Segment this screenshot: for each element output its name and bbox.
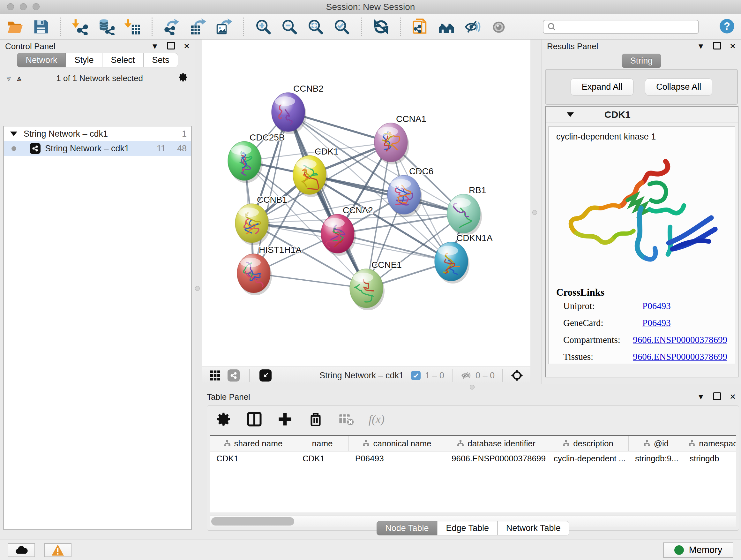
zoom-in-button[interactable] [254,17,272,37]
column-header-name[interactable]: name [296,436,349,451]
horizontal-splitter[interactable] [195,384,741,390]
network-node-hist1h1a[interactable] [237,254,272,295]
collapse-triangle-icon[interactable] [10,132,17,136]
share-document-button[interactable] [411,17,429,37]
section-collapse-triangle-icon[interactable] [567,112,574,117]
cloud-status-button[interactable] [8,543,35,557]
graphics-details-button[interactable] [259,369,272,381]
expand-all-button[interactable]: Expand All [570,78,634,96]
right-splitter-handle[interactable] [532,210,537,215]
hide-selected-button[interactable] [464,17,482,37]
gene-section-header[interactable]: CDK1 [546,107,738,123]
network-canvas[interactable]: CCNB2CCNA1CDC25BCDK1CDC6RB1CCNB1CCNA2CDK… [202,40,530,367]
zoom-selected-button[interactable] [333,17,351,37]
network-node-cdkn1a[interactable] [434,242,469,284]
import-table-file-button[interactable] [124,17,141,37]
network-node-ccnb1[interactable] [235,204,270,245]
tab-string[interactable]: String [622,54,662,68]
tab-select[interactable]: Select [102,53,143,67]
selected-checkbox-icon[interactable] [411,371,421,380]
network-node-cdk1[interactable] [293,155,328,197]
create-column-button[interactable] [277,410,293,428]
table-cell[interactable]: CDK1 [296,451,349,465]
traffic-lights[interactable] [7,3,40,10]
memory-button[interactable]: Memory [663,543,733,558]
network-node-cdc6[interactable] [387,175,422,217]
network-collection-row[interactable]: String Network – cdk1 1 [4,126,191,141]
table-cell[interactable]: stringdb [683,451,736,465]
column-header-database-identifier[interactable]: database identifier [445,436,547,451]
tab-sets[interactable]: Sets [144,53,178,67]
open-file-button[interactable] [6,17,23,37]
table-panel-collapse-button[interactable]: ▼ [697,393,704,401]
table-cell[interactable]: stringdb:9... [629,451,683,465]
control-panel-collapse-button[interactable]: ▼ [151,43,158,50]
network-node-cdc25b[interactable] [228,141,263,183]
import-network-file-button[interactable] [71,17,89,37]
network-node-ccna1[interactable] [374,123,409,165]
show-all-button[interactable] [490,17,508,37]
import-network-database-button[interactable] [97,17,115,37]
column-header-description[interactable]: description [547,436,629,451]
warnings-button[interactable] [44,543,71,557]
tab-edge-table[interactable]: Edge Table [437,521,497,536]
table-cell[interactable]: cyclin-dependent ... [547,451,629,465]
birds-eye-view-button[interactable] [209,369,221,381]
results-panel-collapse-button[interactable]: ▼ [697,43,704,50]
control-panel-close-button[interactable]: ✕ [184,43,190,50]
export-table-button[interactable] [189,17,207,37]
horizontal-splitter-handle[interactable] [470,385,475,389]
results-panel-float-button[interactable] [713,42,721,51]
table-options-gear-button[interactable] [215,410,232,428]
gene-symbol: CDK1 [604,109,630,120]
node-position-crosshair-icon[interactable] [511,369,523,382]
search-input[interactable] [559,22,694,32]
column-header-shared-name[interactable]: shared name [210,436,296,451]
table-row[interactable]: CDK1CDK1P064939606.ENSP00000378699cyclin… [210,451,736,465]
delete-table-button[interactable] [338,410,354,428]
column-header-canonical-name[interactable]: canonical name [349,436,445,451]
column-header-namespace[interactable]: namespace [683,436,736,451]
expand-all-networks-icon[interactable]: ⩓ [17,73,22,83]
zoom-window-button[interactable] [32,3,40,10]
show-column-button[interactable] [246,410,263,428]
uniprot-link[interactable]: P06493 [643,301,671,311]
network-node-ccnb2[interactable] [272,92,307,134]
first-neighbors-button[interactable] [437,17,455,37]
column-header-id[interactable]: @id [629,436,683,451]
tab-style[interactable]: Style [66,53,102,67]
function-builder-button[interactable]: f(x) [368,413,385,426]
table-panel-close-button[interactable]: ✕ [730,393,736,401]
collapse-all-networks-icon[interactable]: ⩔ [6,73,11,83]
help-button[interactable]: ? [719,18,735,36]
collapse-all-button[interactable]: Collapse All [645,78,712,96]
save-session-button[interactable] [32,17,50,37]
zoom-fit-button[interactable] [307,17,325,37]
network-node-rb1[interactable] [447,194,482,236]
network-node-ccna2[interactable] [321,214,356,256]
table-cell[interactable]: CDK1 [210,451,296,465]
network-options-gear-icon[interactable] [178,72,189,85]
tab-node-table[interactable]: Node Table [377,521,437,536]
zoom-out-button[interactable] [280,17,298,37]
close-window-button[interactable] [7,3,14,10]
tissues-link[interactable]: 9606.ENSP00000378699 [633,352,727,362]
minimize-window-button[interactable] [20,3,27,10]
export-image-button[interactable] [215,17,233,37]
left-splitter-handle[interactable] [195,286,200,291]
table-panel-float-button[interactable] [713,392,721,401]
control-panel-float-button[interactable] [167,42,175,51]
refresh-button[interactable] [372,17,390,37]
network-row[interactable]: String Network – cdk1 11 48 [4,141,191,156]
compartments-link[interactable]: 9606.ENSP00000378699 [633,334,727,345]
network-share-button[interactable] [227,369,240,381]
table-cell[interactable]: 9606.ENSP00000378699 [445,451,547,465]
tab-network-table[interactable]: Network Table [497,521,569,536]
tab-network[interactable]: Network [17,53,66,67]
delete-column-button[interactable] [307,410,324,428]
genecard-link[interactable]: P06493 [643,318,671,328]
table-cell[interactable]: P06493 [349,451,445,465]
export-network-button[interactable] [163,17,181,37]
results-panel-close-button[interactable]: ✕ [730,43,736,50]
network-node-ccne1[interactable] [350,269,385,310]
